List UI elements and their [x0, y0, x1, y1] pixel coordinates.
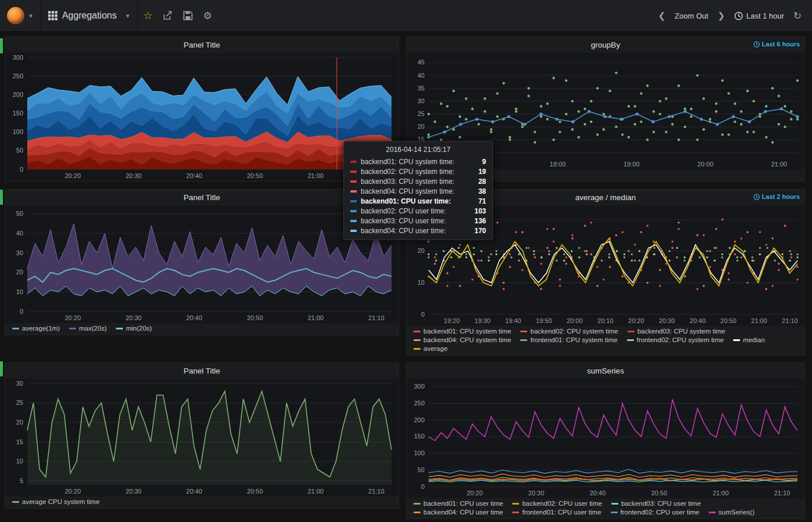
time-range-label: Last 1 hour — [746, 12, 784, 20]
avg-band-chart[interactable]: 0102030405020:2020:3020:4020:5021:0021:1… — [5, 205, 398, 323]
save-button[interactable] — [183, 11, 193, 20]
tooltip-series-list: backend01: CPU system time:9backend02: C… — [349, 157, 487, 235]
svg-text:35: 35 — [418, 85, 425, 92]
chevron-down-icon: ▼ — [125, 13, 130, 19]
svg-text:300: 300 — [13, 54, 23, 61]
avg-cpu-chart[interactable]: 5101520253020:2020:3020:4020:5021:0021:1… — [5, 379, 398, 496]
svg-text:20:50: 20:50 — [247, 488, 263, 495]
svg-text:0: 0 — [421, 311, 425, 318]
svg-text:20:30: 20:30 — [659, 317, 675, 324]
svg-text:19:50: 19:50 — [536, 317, 552, 324]
legend-item[interactable]: backend04: CPU user time — [414, 509, 503, 516]
svg-text:21:00: 21:00 — [307, 314, 324, 321]
panel-header: sumSeries — [407, 363, 804, 379]
svg-text:25: 25 — [16, 399, 23, 406]
panel-title[interactable]: Panel Title — [183, 41, 220, 49]
panel-title[interactable]: Panel Title — [183, 367, 220, 375]
sumseries-chart[interactable]: 05010015020025030020:2020:3020:4020:5021… — [407, 379, 804, 498]
legend-item[interactable]: backend01: CPU user time — [414, 500, 503, 507]
cpu-stacked-chart[interactable]: 05010015020025030020:2020:3020:4020:5021… — [5, 53, 398, 181]
legend: average CPU system time — [5, 496, 398, 508]
legend: backend01: CPU user timebackend02: CPU u… — [407, 498, 804, 519]
svg-text:100: 100 — [13, 128, 23, 135]
panel-header: Panel Title — [5, 190, 398, 205]
panel-title[interactable]: groupBy — [591, 41, 620, 49]
time-forward-button[interactable]: ❯ — [717, 10, 725, 21]
svg-text:30: 30 — [418, 97, 425, 104]
svg-text:10: 10 — [16, 288, 23, 295]
graph-tooltip: 2016-04-14 21:05:17 backend01: CPU syste… — [343, 141, 493, 240]
svg-text:19:40: 19:40 — [505, 317, 521, 324]
svg-text:50: 50 — [418, 466, 425, 473]
legend-item[interactable]: backend02: CPU system time — [520, 328, 618, 335]
svg-text:20:00: 20:00 — [567, 317, 583, 324]
svg-text:20:00: 20:00 — [697, 161, 713, 168]
time-picker[interactable]: Last 1 hour — [734, 12, 784, 20]
row-toggle[interactable] — [0, 38, 3, 53]
svg-text:19:00: 19:00 — [624, 161, 640, 168]
star-button[interactable]: ☆ — [143, 9, 153, 22]
svg-text:30: 30 — [16, 380, 23, 387]
legend-item[interactable]: median — [733, 336, 765, 343]
legend-item[interactable]: average CPU system time — [12, 498, 100, 505]
svg-text:20:40: 20:40 — [186, 488, 202, 495]
dashboard-picker[interactable]: Aggregations ▼ — [41, 0, 138, 31]
share-button[interactable] — [163, 11, 173, 20]
tooltip-row: backend03: CPU system time:28 — [349, 176, 487, 186]
zoom-out-button[interactable]: Zoom Out — [675, 12, 708, 20]
legend-item[interactable]: backend03: CPU user time — [611, 500, 701, 507]
share-icon — [163, 11, 173, 20]
panel-cpu-stacked: Panel Title 05010015020025030020:2020:30… — [5, 37, 399, 182]
refresh-button[interactable]: ↻ — [793, 10, 802, 22]
legend-item[interactable]: frontend02: CPU system time — [627, 336, 724, 343]
panel-title[interactable]: sumSeries — [587, 367, 624, 375]
legend-item[interactable]: frontend01: CPU user time — [512, 509, 601, 516]
legend-item[interactable]: sumSeries() — [709, 509, 755, 516]
svg-text:0: 0 — [20, 166, 23, 173]
legend-item[interactable]: max(20s) — [69, 325, 107, 332]
svg-text:20:50: 20:50 — [651, 490, 668, 496]
panel-title[interactable]: average / median — [575, 193, 636, 202]
svg-text:21:10: 21:10 — [368, 314, 385, 321]
svg-text:20:50: 20:50 — [247, 314, 263, 321]
svg-text:40: 40 — [418, 72, 425, 79]
row-toggle[interactable] — [0, 361, 3, 376]
svg-text:0: 0 — [421, 483, 425, 490]
svg-text:50: 50 — [16, 147, 23, 154]
dashboard-title: Aggregations — [62, 10, 117, 21]
panel-title[interactable]: Panel Title — [183, 193, 220, 202]
legend-item[interactable]: backend03: CPU system time — [628, 328, 725, 335]
svg-text:21:00: 21:00 — [751, 317, 767, 324]
settings-button[interactable]: ⚙ — [203, 10, 212, 22]
series-color-icon — [350, 220, 357, 222]
svg-text:20: 20 — [16, 269, 23, 276]
panel-time-override[interactable]: Last 2 hours — [753, 193, 800, 200]
svg-text:10: 10 — [16, 458, 23, 465]
legend-item[interactable]: average(1m) — [12, 325, 60, 332]
svg-text:19:20: 19:20 — [444, 317, 460, 324]
legend-item[interactable]: frontend01: CPU system time — [520, 336, 617, 343]
row-toggle[interactable] — [0, 190, 3, 205]
panel-time-override[interactable]: Last 6 hours — [753, 41, 800, 48]
legend-item[interactable]: min(20s) — [116, 325, 152, 332]
series-color-icon — [350, 190, 357, 193]
chevron-down-icon: ▼ — [28, 13, 34, 19]
svg-text:20:20: 20:20 — [467, 490, 483, 496]
legend-item[interactable]: backend04: CPU system time — [414, 336, 511, 343]
svg-text:20:20: 20:20 — [65, 172, 81, 179]
legend: backend01: CPU system timebackend02: CPU… — [407, 326, 804, 355]
time-back-button[interactable]: ❮ — [658, 10, 666, 21]
svg-text:21:10: 21:10 — [782, 317, 798, 324]
svg-text:300: 300 — [414, 383, 425, 390]
legend-item[interactable]: backend01: CPU system time — [414, 328, 511, 335]
clock-icon — [734, 12, 743, 20]
svg-text:18:00: 18:00 — [550, 161, 566, 168]
time-override-label: Last 6 hours — [762, 41, 800, 48]
svg-text:0: 0 — [20, 308, 23, 315]
legend-item[interactable]: backend02: CPU user time — [512, 500, 601, 507]
svg-text:21:00: 21:00 — [307, 172, 324, 179]
grafana-menu[interactable]: ▼ — [0, 0, 41, 31]
legend-item[interactable]: average — [414, 345, 448, 352]
svg-text:20:40: 20:40 — [690, 317, 706, 324]
legend-item[interactable]: frontend02: CPU user time — [611, 509, 699, 516]
